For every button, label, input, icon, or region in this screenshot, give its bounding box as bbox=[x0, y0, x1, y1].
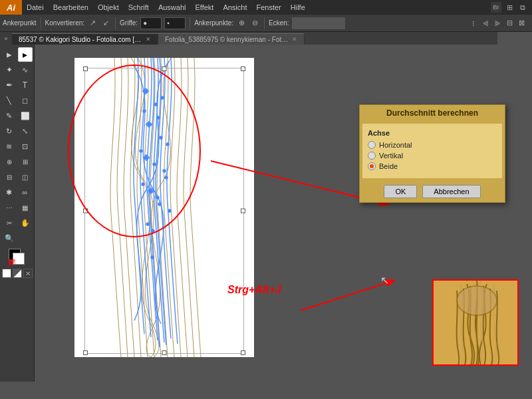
tool-symbol[interactable]: ⋯ bbox=[2, 200, 17, 215]
tool-zoom[interactable]: 🔍 bbox=[2, 231, 17, 245]
tool-mesh[interactable]: ⊟ bbox=[2, 170, 17, 184]
tool-shape[interactable]: ◻ bbox=[18, 93, 33, 108]
tool-row-mesh: ⊟ ◫ bbox=[2, 170, 33, 184]
menu-schrift[interactable]: Schrift bbox=[124, 2, 154, 13]
radio-horizontal-circle[interactable] bbox=[368, 141, 376, 149]
align-icon2[interactable]: ⫷ bbox=[480, 18, 491, 29]
thumbnail-image bbox=[432, 279, 519, 366]
griffe-input2[interactable] bbox=[164, 17, 186, 29]
btn-ok[interactable]: OK bbox=[384, 185, 417, 198]
radio-horizontal[interactable]: Horizontal bbox=[368, 141, 497, 149]
fill-solid[interactable] bbox=[2, 269, 11, 278]
tab-1-close[interactable]: ✕ bbox=[146, 36, 151, 43]
tab-2-close[interactable]: ✕ bbox=[292, 36, 297, 43]
align-icon3[interactable]: ⫸ bbox=[492, 18, 503, 29]
color-boxes[interactable] bbox=[9, 249, 26, 266]
tool-line[interactable]: ╲ bbox=[2, 93, 17, 108]
dialog-buttons: OK Abbrechen bbox=[360, 181, 505, 202]
svg-point-6 bbox=[153, 163, 156, 166]
svg-point-12 bbox=[166, 143, 170, 146]
paths-svg bbox=[74, 58, 254, 357]
tool-pen[interactable]: ✒ bbox=[2, 78, 17, 92]
svg-point-7 bbox=[156, 196, 160, 200]
tool-row-select: ▸ ▸ bbox=[2, 47, 33, 62]
menu-hilfe[interactable]: Hilfe bbox=[286, 2, 310, 13]
label-ecken: Ecken: bbox=[269, 19, 289, 27]
menu-effekt[interactable]: Effekt bbox=[190, 2, 218, 13]
tool-rotate[interactable]: ↻ bbox=[2, 124, 17, 138]
svg-line-28 bbox=[301, 281, 394, 311]
tool-scale[interactable]: ⤡ bbox=[18, 124, 33, 138]
menu-datei[interactable]: Datei bbox=[22, 2, 49, 13]
tab-2[interactable]: Fotolia_53885975 © kennykieman - Fotolia… bbox=[158, 33, 305, 45]
tool-blend[interactable]: ∞ bbox=[18, 185, 33, 200]
tool-gradient[interactable]: ◫ bbox=[18, 170, 33, 184]
svg-point-20 bbox=[161, 96, 164, 100]
tool-magic-wand[interactable]: ✦ bbox=[2, 63, 17, 77]
icon-grid[interactable]: ⊞ bbox=[504, 2, 515, 13]
convert-icon-1[interactable]: ↗ bbox=[87, 18, 98, 29]
tool-empty bbox=[18, 231, 33, 245]
svg-point-19 bbox=[157, 116, 160, 120]
fill-mode-row: ✕ bbox=[2, 269, 33, 278]
tool-warp[interactable]: ≋ bbox=[2, 139, 17, 154]
align-icon1[interactable]: ⫶ bbox=[468, 18, 479, 29]
ecken-input[interactable] bbox=[292, 17, 345, 29]
icon-arrange[interactable]: ⧉ bbox=[517, 2, 528, 13]
svg-point-14 bbox=[168, 209, 172, 213]
tool-row-rotate: ↻ ⤡ bbox=[2, 124, 33, 138]
tool-free-transform[interactable]: ⊡ bbox=[18, 139, 33, 154]
btn-cancel[interactable]: Abbrechen bbox=[422, 185, 480, 198]
tab-1[interactable]: 85537 © Kakigori Studio - Fotolia.com [K… bbox=[12, 33, 158, 45]
tool-row-line: ╲ ◻ bbox=[2, 93, 33, 108]
tool-row-eyedrop: ✱ ∞ bbox=[2, 185, 33, 200]
fill-none[interactable]: ✕ bbox=[23, 269, 33, 278]
tool-lasso[interactable]: ∿ bbox=[18, 63, 33, 77]
shortcut-annotation: Strg+Alt+J bbox=[227, 284, 281, 296]
radio-vertikal[interactable]: Vertikal bbox=[368, 152, 497, 160]
label-ankerpunkte: Ankerpunkte: bbox=[194, 19, 233, 27]
ankerpunkte-icon2[interactable]: ⊖ bbox=[249, 18, 260, 29]
sep-2 bbox=[115, 17, 116, 29]
svg-point-17 bbox=[142, 183, 145, 186]
tool-type[interactable]: T bbox=[18, 78, 33, 92]
griffe-input[interactable] bbox=[140, 17, 162, 29]
radio-beide[interactable]: Beide bbox=[368, 162, 497, 170]
align-icon5[interactable]: ⊠ bbox=[516, 18, 527, 29]
svg-point-18 bbox=[154, 103, 158, 106]
menu-ansicht[interactable]: Ansicht bbox=[218, 2, 251, 13]
tool-row-symbol: ⋯ ▦ bbox=[2, 200, 33, 215]
tool-eraser[interactable]: ⬜ bbox=[18, 108, 33, 123]
tool-hand[interactable]: ✋ bbox=[18, 215, 33, 230]
tool-row-pen: ✒ T bbox=[2, 78, 33, 92]
convert-icon-2[interactable]: ↙ bbox=[100, 18, 111, 29]
fill-gradient[interactable] bbox=[13, 269, 22, 278]
tool-direct-select[interactable]: ▸ bbox=[18, 47, 33, 62]
svg-point-5 bbox=[151, 256, 154, 259]
svg-point-11 bbox=[158, 203, 162, 206]
bridge-icon[interactable]: Br bbox=[491, 2, 501, 13]
tool-select[interactable]: ▸ bbox=[2, 47, 17, 62]
tool-slice[interactable]: ✂ bbox=[2, 215, 17, 230]
svg-point-4 bbox=[146, 223, 150, 226]
tool-shape-builder[interactable]: ⊕ bbox=[2, 154, 17, 169]
svg-point-8 bbox=[152, 229, 155, 233]
menu-objekt[interactable]: Objekt bbox=[93, 2, 124, 13]
tool-paint[interactable]: ✎ bbox=[2, 108, 17, 123]
label-ankerpunkt: Ankerpunkt bbox=[3, 19, 37, 27]
collapse-btn[interactable]: « bbox=[0, 32, 12, 45]
radio-vertikal-circle[interactable] bbox=[368, 152, 376, 160]
cursor: ↖ bbox=[380, 274, 389, 287]
tool-perspective[interactable]: ⊞ bbox=[18, 154, 33, 169]
tool-row-warp: ≋ ⊡ bbox=[2, 139, 33, 154]
document-canvas bbox=[74, 58, 254, 357]
menu-bearbeiten[interactable]: Bearbeiten bbox=[49, 2, 93, 13]
align-icon4[interactable]: ⊟ bbox=[504, 18, 515, 29]
menu-fenster[interactable]: Fenster bbox=[251, 2, 285, 13]
ankerpunkte-icon1[interactable]: ⊕ bbox=[236, 18, 247, 29]
tool-row-slice: ✂ ✋ bbox=[2, 215, 33, 230]
tool-column-chart[interactable]: ▦ bbox=[18, 200, 33, 215]
tool-eyedropper[interactable]: ✱ bbox=[2, 185, 17, 200]
menu-auswahl[interactable]: Auswahl bbox=[154, 2, 191, 13]
radio-beide-circle[interactable] bbox=[368, 162, 376, 170]
